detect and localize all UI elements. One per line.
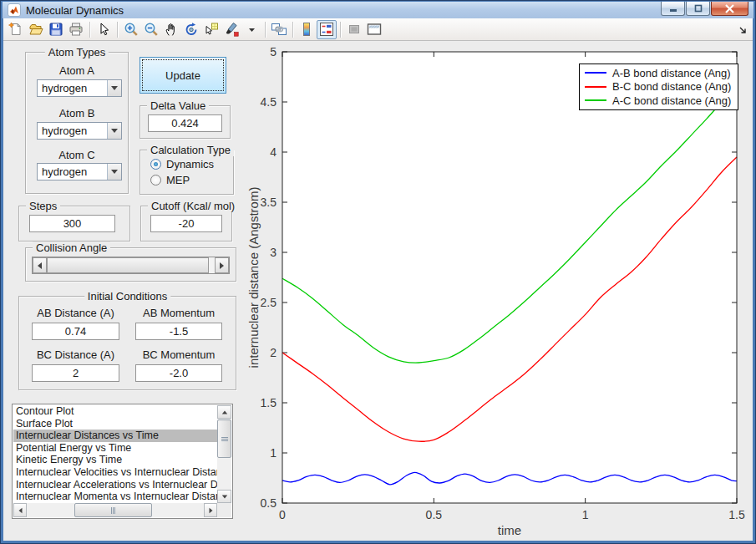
edit-cursor-icon (96, 22, 111, 37)
data-cursor-button[interactable] (201, 20, 221, 39)
atom-c-label: Atom C (25, 149, 129, 161)
mep-radio[interactable]: MEP (150, 174, 190, 186)
steps-field[interactable]: 300 (29, 215, 115, 232)
new-file-button[interactable] (6, 20, 26, 39)
legend-entry: B-C bond distance (Ang) (585, 80, 731, 94)
cutoff-field[interactable]: -20 (150, 215, 222, 232)
slider-right-arrow-icon[interactable] (215, 257, 229, 273)
list-item[interactable]: Internuclear Momenta vs Internuclear Dis… (13, 491, 217, 503)
scroll-down-icon[interactable] (217, 490, 231, 503)
slider-thumb[interactable] (47, 257, 209, 273)
dynamics-radio[interactable]: Dynamics (150, 158, 214, 170)
steps-title: Steps (26, 200, 60, 212)
toolbar-overflow-icon[interactable] (739, 25, 748, 38)
svg-text:4: 4 (270, 145, 277, 159)
zoom-in-icon (124, 22, 139, 37)
maximize-button[interactable] (686, 2, 710, 16)
list-item[interactable]: Internuclear Velocities vs Internuclear … (13, 466, 217, 479)
minimize-button[interactable] (661, 2, 685, 16)
new-file-icon (8, 22, 23, 37)
bc-distance-label: BC Distance (A) (32, 348, 119, 361)
open-file-icon (28, 22, 43, 37)
print-button[interactable] (66, 20, 86, 39)
atom-a-dropdown-arrow-icon[interactable] (107, 80, 121, 96)
list-item[interactable]: Kinetic Energy vs Time (13, 454, 217, 466)
calculation-type-title: Calculation Type (147, 144, 234, 156)
insert-colorbar-button[interactable] (297, 20, 317, 39)
svg-text:3.5: 3.5 (261, 196, 277, 209)
save-button[interactable] (46, 20, 66, 39)
title-bar[interactable]: Molecular Dynamics (3, 2, 753, 18)
atom-types-title: Atom Types (45, 46, 109, 58)
toolbar-separator (292, 22, 293, 38)
zoom-out-icon (144, 22, 159, 37)
list-item[interactable]: Contour Plot (13, 405, 217, 418)
rotate-3d-button[interactable] (181, 20, 201, 39)
initial-conditions-title: Initial Conditions (84, 290, 170, 303)
toolbar-separator (265, 22, 266, 38)
svg-text:5: 5 (270, 46, 277, 58)
insert-legend-button[interactable] (317, 20, 337, 39)
horizontal-scroll-thumb[interactable] (74, 503, 152, 517)
atom-c-dropdown-arrow-icon[interactable] (107, 164, 121, 180)
open-file-button[interactable] (26, 20, 46, 39)
slider-left-arrow-icon[interactable] (33, 257, 47, 273)
update-button[interactable]: Update (140, 57, 226, 94)
brush-dropdown-button[interactable] (241, 20, 261, 39)
bc-distance-field[interactable]: 2 (32, 364, 119, 382)
legend-label: A-B bond distance (Ang) (612, 67, 731, 79)
bc-momentum-field[interactable]: -2.0 (135, 364, 222, 382)
atom-b-dropdown-arrow-icon[interactable] (107, 123, 121, 139)
delta-value-field[interactable]: 0.424 (148, 114, 222, 132)
app-window: Molecular Dynamics Atom Types Atom A hyd… (0, 0, 756, 544)
link-plot-button[interactable] (269, 20, 289, 39)
ab-momentum-label: AB Momentum (135, 307, 222, 319)
svg-text:3: 3 (270, 246, 277, 259)
atom-c-dropdown[interactable]: hydrogen (37, 163, 122, 180)
list-item[interactable]: Internuclear Accelerations vs Internucle… (13, 479, 217, 491)
list-horizontal-scrollbar[interactable] (13, 503, 217, 517)
close-button[interactable] (711, 2, 748, 16)
calculation-type-panel: Calculation Type (140, 150, 234, 195)
legend-label: B-C bond distance (Ang) (612, 80, 731, 93)
scroll-left-icon[interactable] (13, 503, 27, 517)
axes-plot: 00.511.50.511.522.533.544.55timeinternuc… (247, 46, 748, 539)
list-item[interactable]: Internuclear Distances vs Time (13, 430, 217, 442)
zoom-out-button[interactable] (141, 20, 161, 39)
atom-a-dropdown[interactable]: hydrogen (37, 79, 122, 97)
atom-c-value: hydrogen (42, 165, 87, 178)
atom-b-dropdown[interactable]: hydrogen (37, 122, 122, 140)
data-cursor-icon (204, 22, 219, 37)
scroll-right-icon[interactable] (204, 503, 217, 517)
plot-legend[interactable]: A-B bond distance (Ang)B-C bond distance… (579, 64, 738, 110)
legend-line-sample (585, 99, 606, 101)
hide-plot-tools-button[interactable] (344, 20, 364, 39)
plot-type-listbox[interactable]: Contour PlotSurface PlotInternuclear Dis… (12, 404, 233, 519)
dock-figure-button[interactable] (364, 20, 384, 39)
delta-value-title: Delta Value (147, 99, 209, 112)
print-icon (68, 22, 84, 37)
brush-icon (224, 22, 239, 37)
svg-text:time: time (498, 523, 521, 537)
window-title: Molecular Dynamics (26, 4, 124, 17)
list-item[interactable]: Potential Energy vs Time (13, 442, 217, 455)
pan-hand-button[interactable] (161, 20, 181, 39)
collision-angle-slider[interactable] (32, 257, 230, 274)
matlab-logo-icon (8, 3, 21, 17)
insert-colorbar-icon (299, 22, 314, 37)
toolbar-separator (89, 22, 90, 38)
svg-text:0.5: 0.5 (261, 496, 277, 510)
link-plot-icon (271, 22, 287, 37)
brush-button[interactable] (221, 20, 241, 39)
ab-distance-field[interactable]: 0.74 (32, 323, 119, 340)
zoom-in-button[interactable] (121, 20, 141, 39)
list-vertical-scrollbar[interactable] (217, 405, 231, 503)
ab-momentum-field[interactable]: -1.5 (135, 323, 222, 340)
scroll-up-icon[interactable] (217, 405, 231, 419)
hide-plot-tools-icon (347, 22, 362, 37)
bc-momentum-label: BC Momentum (135, 348, 222, 361)
edit-cursor-button[interactable] (94, 20, 114, 39)
figure-canvas: Atom Types Atom A hydrogen Atom B hydrog… (3, 41, 753, 541)
vertical-scroll-thumb[interactable] (217, 419, 231, 458)
list-item[interactable]: Surface Plot (13, 418, 217, 430)
